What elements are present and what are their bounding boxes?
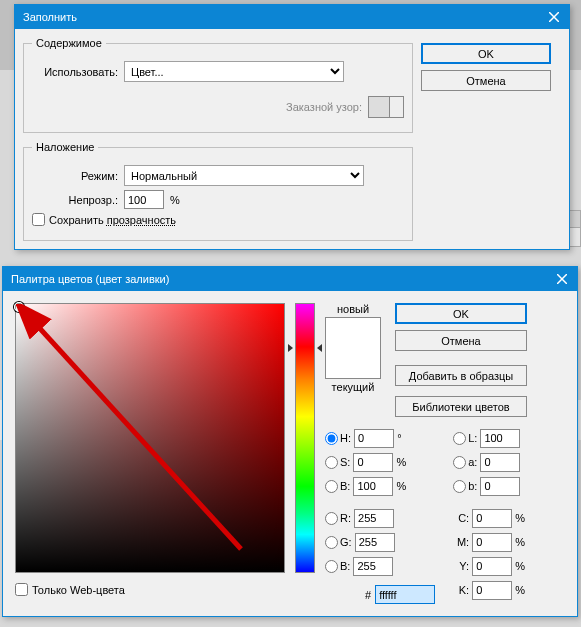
s-field[interactable]: [353, 453, 393, 472]
a-field[interactable]: [480, 453, 520, 472]
saturation-value-field[interactable]: [15, 303, 285, 573]
opacity-field[interactable]: [124, 190, 164, 209]
content-group: Содержимое Использовать: Цвет... Заказно…: [23, 37, 413, 133]
web-only-label: Только Web-цвета: [32, 584, 125, 596]
y-label: Y:: [453, 560, 469, 572]
use-select[interactable]: Цвет...: [124, 61, 344, 82]
sv-cursor: [14, 302, 24, 312]
l-radio[interactable]: [453, 432, 466, 445]
lb-field[interactable]: [480, 477, 520, 496]
l-label: L:: [468, 432, 477, 444]
r-field[interactable]: [354, 509, 394, 528]
ok-button[interactable]: OK: [421, 43, 551, 64]
h-field[interactable]: [354, 429, 394, 448]
c-label: C:: [453, 512, 469, 524]
b2-field[interactable]: [353, 557, 393, 576]
pattern-dropdown[interactable]: [390, 96, 404, 118]
lb-radio[interactable]: [453, 480, 466, 493]
hex-field[interactable]: [375, 585, 435, 604]
pattern-label: Заказной узор:: [286, 101, 368, 113]
annotation-arrow: [16, 304, 286, 574]
b2-radio[interactable]: [325, 560, 338, 573]
libraries-button[interactable]: Библиотеки цветов: [395, 396, 527, 417]
s-radio[interactable]: [325, 456, 338, 469]
g-radio[interactable]: [325, 536, 338, 549]
a-radio[interactable]: [453, 456, 466, 469]
b2-label: B:: [340, 560, 350, 572]
pattern-swatch[interactable]: [368, 96, 390, 118]
k-field[interactable]: [472, 581, 512, 600]
picker-cancel-button[interactable]: Отмена: [395, 330, 527, 351]
new-label: новый: [325, 303, 381, 315]
picker-ok-button[interactable]: OK: [395, 303, 527, 324]
m-label: M:: [453, 536, 469, 548]
m-field[interactable]: [472, 533, 512, 552]
web-only-checkbox[interactable]: [15, 583, 28, 596]
a-label: a:: [468, 456, 477, 468]
blend-group: Наложение Режим: Нормальный Непрозр.: % …: [23, 141, 413, 241]
fill-dialog: Заполнить Содержимое Использовать: Цвет.…: [14, 4, 570, 250]
close-icon[interactable]: [543, 8, 565, 26]
use-label: Использовать:: [32, 66, 124, 78]
c-field[interactable]: [472, 509, 512, 528]
hex-prefix: #: [365, 589, 371, 601]
mode-label: Режим:: [32, 170, 124, 182]
h-radio[interactable]: [325, 432, 338, 445]
color-preview: [325, 317, 381, 379]
opacity-label: Непрозр.:: [32, 194, 124, 206]
g-field[interactable]: [355, 533, 395, 552]
h-label: H:: [340, 432, 351, 444]
g-label: G:: [340, 536, 352, 548]
r-radio[interactable]: [325, 512, 338, 525]
blend-legend: Наложение: [32, 141, 98, 153]
fill-titlebar[interactable]: Заполнить: [15, 5, 569, 29]
hue-slider[interactable]: [295, 303, 315, 573]
l-field[interactable]: [480, 429, 520, 448]
mode-select[interactable]: Нормальный: [124, 165, 364, 186]
preserve-label: Сохранить прозрачность: [49, 214, 176, 226]
current-label: текущий: [325, 381, 381, 393]
preserve-checkbox[interactable]: [32, 213, 45, 226]
picker-title: Палитра цветов (цвет заливки): [11, 273, 169, 285]
k-label: K:: [453, 584, 469, 596]
svg-line-6: [34, 322, 241, 549]
content-legend: Содержимое: [32, 37, 106, 49]
b-field[interactable]: [353, 477, 393, 496]
close-icon[interactable]: [551, 270, 573, 288]
b-radio[interactable]: [325, 480, 338, 493]
y-field[interactable]: [472, 557, 512, 576]
b-label: B:: [340, 480, 350, 492]
picker-titlebar[interactable]: Палитра цветов (цвет заливки): [3, 267, 577, 291]
cancel-button[interactable]: Отмена: [421, 70, 551, 91]
fill-title: Заполнить: [23, 11, 77, 23]
s-label: S:: [340, 456, 350, 468]
add-swatch-button[interactable]: Добавить в образцы: [395, 365, 527, 386]
lb-label: b:: [468, 480, 477, 492]
r-label: R:: [340, 512, 351, 524]
color-picker-dialog: Палитра цветов (цвет заливки) Только Web…: [2, 266, 578, 617]
opacity-unit: %: [170, 194, 180, 206]
